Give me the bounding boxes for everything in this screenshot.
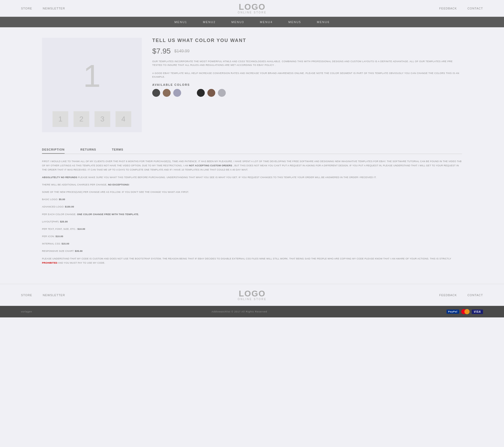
price-icon-value: $10.00 (56, 235, 63, 238)
product-title: TELL US WHAT COLOR YOU WANT (152, 38, 462, 43)
footer-logo-text: LOGO (238, 289, 266, 298)
tab-para-1: FIRST I WOULD LIKE TO THANK ALL OF MY CL… (42, 159, 462, 172)
footer-store-link[interactable]: STORE (21, 294, 32, 297)
product-description-2: A GOOD EBAY TEMPLATE WILL HELP INCREASE … (152, 71, 462, 79)
no-refunds-label: ABSOLUTELTY NO REFUNDS (42, 176, 77, 179)
logo-center: LOGO ONLINE STORE (238, 3, 266, 14)
footer-newsletter-link[interactable]: NEWSLETTER (43, 294, 65, 297)
logo-text: LOGO (238, 3, 266, 11)
tab-para-4: SOME OF THE NEW PRICES(USD) PER CHANGE A… (42, 190, 462, 194)
nav-newsletter-link[interactable]: NEWSLETTER (43, 7, 65, 10)
price-css-value: $15.00 (61, 242, 69, 245)
price-basic-logo-value: $5.00 (59, 198, 65, 201)
main-image-placeholder: 1 (83, 43, 101, 109)
tab-content: FIRST I WOULD LIKE TO THANK ALL OF MY CL… (42, 159, 462, 265)
nav-store-link[interactable]: STORE (21, 7, 32, 10)
color-swatch-3[interactable] (173, 89, 181, 97)
price-list-responsive: RESPONSIVE SIZE CHART: $35.00 (42, 249, 462, 253)
tabs-section: DESCRIPTION RETURNS TERMS FIRST I WOULD … (0, 143, 504, 279)
tabs-header: DESCRIPTION RETURNS TERMS (42, 148, 462, 154)
logo-sub: ONLINE STORE (238, 11, 266, 14)
tab-returns[interactable]: RETURNS (80, 148, 96, 154)
footer-logo: LOGO ONLINE STORE (238, 289, 266, 301)
footer-feedback-link[interactable]: FEEDBACK (439, 294, 457, 297)
mc-circle-orange (464, 309, 470, 314)
footer-logo-sub: ONLINE STORE (238, 298, 266, 301)
price-advanced-logo-value: $150.00 (65, 205, 74, 208)
price-text-value: $10.00 (77, 228, 85, 230)
tab-para-2: ABSOLUTELTY NO REFUNDS PLEASE MAKE SURE … (42, 175, 462, 179)
top-nav-left: STORE NEWSLETTER (21, 7, 65, 10)
colors-label: AVAILABLE COLORS (152, 83, 462, 86)
thumbnail-4[interactable]: 4 (116, 111, 131, 127)
price-list-text: PER TEXT, FONT, SIZE, ETC.: $10.00 (42, 227, 462, 231)
nav-contact-link[interactable]: CONTACT (468, 7, 483, 10)
menu-item-4[interactable]: MENU4 (260, 20, 273, 24)
price-list-basic-logo: BASIC LOGO: $5.00 (42, 197, 462, 201)
product-description-1: OUR TEMPLATES INCORPORATE THE MOST POWER… (152, 60, 462, 67)
color-swatches (152, 89, 462, 97)
tab-para-5: PLEASE UNDERSTAND THAT MY CODE IS CUSTOM… (42, 257, 462, 265)
menu-item-3[interactable]: MENU3 (231, 20, 244, 24)
tab-description[interactable]: DESCRIPTION (42, 148, 65, 154)
menu-item-1[interactable]: MENU1 (174, 20, 187, 24)
color-swatch-4[interactable] (197, 89, 205, 97)
top-nav: STORE NEWSLETTER LOGO ONLINE STORE FEEDB… (0, 0, 504, 17)
thumbnail-1[interactable]: 1 (52, 111, 68, 127)
bottom-bar-left: vorlagen (21, 310, 32, 313)
color-swatch-2[interactable] (163, 89, 171, 97)
no-exceptions-highlight: NO EXCEPTIONS! (108, 183, 129, 186)
product-info: TELL US WHAT COLOR YOU WANT $7.95 $149.9… (152, 38, 462, 132)
price-row: $7.95 $149.99 (152, 47, 462, 55)
footer-contact-link[interactable]: CONTACT (468, 294, 483, 297)
price-list-css: INTERNAL CSS: $15.00 (42, 242, 462, 246)
color-swatch-5[interactable] (207, 89, 215, 97)
bottom-bar: vorlagen Addtowatchlist © 2017 All Right… (0, 306, 504, 317)
footer-nav: STORE NEWSLETTER LOGO ONLINE STORE FEEDB… (0, 284, 504, 306)
color-swatch-1[interactable] (152, 89, 160, 97)
price-list-layout: LAYOUT(PHP): $25.00 (42, 220, 462, 224)
price-color-change-value: ONE COLOR CHANGE FREE WITH THIS TEMPLATE… (77, 213, 139, 216)
mastercard-badge (461, 309, 470, 314)
thumbnail-3[interactable]: 3 (94, 111, 110, 127)
thumbnail-row: 1 2 3 4 (52, 111, 131, 127)
visa-badge: VISA (472, 310, 483, 314)
main-content: 1 1 2 3 4 TELL US WHAT COLOR YOU WANT $7… (0, 27, 504, 143)
price-list-color-change: PER EACH COLOR CHANGE. ONE COLOR CHANGE … (42, 212, 462, 216)
payment-badges: PayPal VISA (447, 309, 483, 314)
thumbnail-2[interactable]: 2 (74, 111, 89, 127)
menu-item-2[interactable]: MENU2 (203, 20, 216, 24)
price-layout-value: $25.00 (60, 220, 68, 223)
bottom-bar-center: Addtowatchlist © 2017 All Rights Reserve… (212, 310, 267, 313)
paypal-badge: PayPal (447, 310, 459, 314)
menu-bar: MENU1 MENU2 MENU3 MENU4 MENU5 MENU6 (0, 17, 504, 27)
price-list-advanced-logo: ADVANCED LOGO: $150.00 (42, 205, 462, 209)
tab-terms[interactable]: TERMS (112, 148, 123, 154)
menu-item-5[interactable]: MENU5 (288, 20, 301, 24)
price-list-icon: PER ICON: $10.00 (42, 234, 462, 238)
not-accepting-highlight: NOT ACCEPTING CUSTOM ORDERS (189, 164, 232, 167)
tab-para-3: THERE WILL BE ADDITIONAL CHARGES PER CHA… (42, 183, 462, 187)
price-responsive-value: $35.00 (75, 250, 82, 252)
top-nav-right: FEEDBACK CONTACT (439, 7, 483, 10)
price-original: $149.99 (174, 49, 190, 54)
product-image-area: 1 1 2 3 4 (42, 38, 142, 132)
footer-nav-right: FEEDBACK CONTACT (439, 294, 483, 297)
footer-nav-left: STORE NEWSLETTER (21, 294, 65, 297)
color-swatch-6[interactable] (218, 89, 226, 97)
nav-feedback-link[interactable]: FEEDBACK (439, 7, 457, 10)
menu-item-6[interactable]: MENU6 (317, 20, 330, 24)
price-current: $7.95 (152, 47, 171, 55)
prohibited-highlight: PROHIBITED (42, 262, 57, 264)
